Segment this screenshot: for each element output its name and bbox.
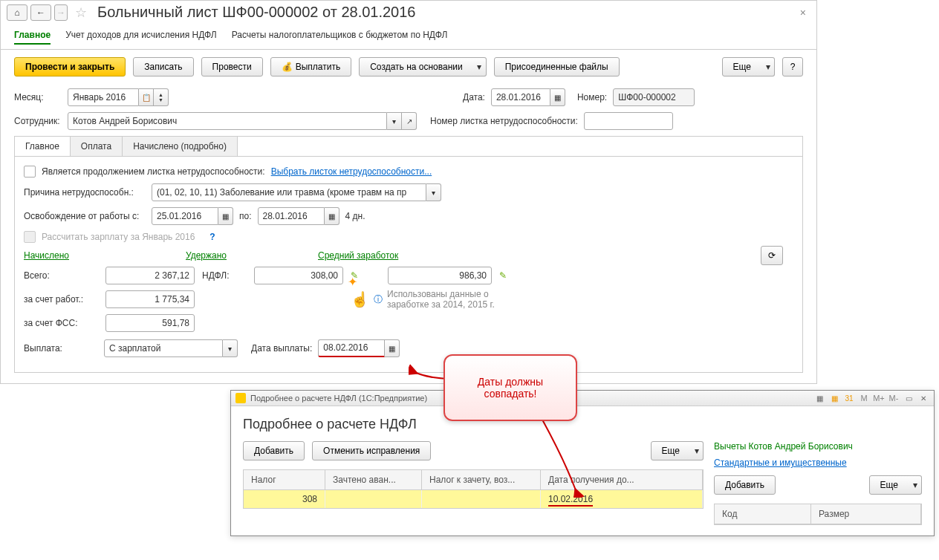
col-tax[interactable]: Налог [244, 470, 325, 489]
release-to-input[interactable]: 28.01.2016 [258, 207, 325, 225]
help-link[interactable]: ? [209, 232, 215, 242]
subtab-accrued[interactable]: Начислено (подробно) [123, 137, 238, 156]
reason-input-group: (01, 02, 10, 11) Заболевание или травма … [152, 183, 441, 201]
month-label: Месяц: [14, 92, 62, 102]
cell-tax: 308 [244, 490, 325, 508]
create-based-button[interactable]: Создать на основании [359, 57, 474, 76]
col-date[interactable]: Дата получения до... [541, 470, 703, 489]
employee-open-icon[interactable]: ↗ [402, 112, 417, 130]
reason-dropdown-icon[interactable]: ▾ [426, 183, 441, 201]
info-icon[interactable]: ⓘ [374, 293, 383, 306]
more-dropdown[interactable]: ▾ [761, 57, 775, 76]
col-offset[interactable]: Налог к зачету, воз... [422, 470, 541, 489]
sub-close-icon[interactable]: ✕ [917, 393, 929, 403]
more-button[interactable]: Еще [722, 57, 762, 76]
number-input: ШФ00-000002 [613, 88, 695, 106]
month-stepper[interactable]: ▲▼ [154, 88, 169, 106]
post-button[interactable]: Провести [201, 57, 263, 76]
form-area: Месяц: Январь 2016 📋 ▲▼ Дата: 28.01.2016… [1, 84, 816, 383]
col-code[interactable]: Код [715, 504, 811, 524]
payout-date-input[interactable]: 08.02.2016 [318, 339, 385, 357]
employer-input[interactable]: 1 775,34 [105, 290, 195, 308]
release-to-group: 28.01.2016 ▦ [258, 207, 339, 225]
payout-input[interactable]: С зарплатой [104, 339, 223, 357]
to-label: по: [239, 211, 252, 221]
col-advance[interactable]: Зачтено аван... [325, 470, 422, 489]
tab-main[interactable]: Главное [14, 27, 51, 45]
avg-earn-header[interactable]: Средний заработок [318, 250, 398, 261]
date-input[interactable]: 28.01.2016 [491, 88, 550, 106]
payout-date-calendar-icon[interactable]: ▦ [385, 339, 400, 357]
mminus-icon[interactable]: M- [888, 393, 900, 403]
post-close-button[interactable]: Провести и закрыть [14, 57, 126, 76]
tab-income[interactable]: Учет доходов для исчисления НДФЛ [65, 27, 217, 45]
month-picker-icon[interactable]: 📋 [139, 88, 154, 106]
total-input[interactable]: 2 367,12 [105, 267, 195, 284]
sub-cancel-button[interactable]: Отменить исправления [312, 441, 431, 460]
home-button[interactable]: ⌂ [7, 4, 27, 21]
forward-button[interactable]: → [54, 4, 68, 21]
date-icon[interactable]: 31 [843, 393, 855, 403]
subtab-main[interactable]: Главное [15, 137, 71, 156]
create-based-dropdown[interactable]: ▾ [473, 57, 487, 76]
toolbar: Провести и закрыть Записать Провести 💰Вы… [1, 50, 816, 84]
employee-input[interactable]: Котов Андрей Борисович [68, 112, 387, 130]
release-to-calendar-icon[interactable]: ▦ [325, 207, 339, 225]
cursor-pointer-icon: ☝ [351, 290, 369, 308]
accrued-header[interactable]: Начислено [24, 250, 180, 261]
sub-panel: Является продолжением листка нетрудоспос… [14, 156, 803, 373]
ndfl-edit-icon[interactable]: ✎✦ [351, 270, 380, 281]
continuation-checkbox[interactable] [24, 166, 36, 178]
page-title: Больничный лист ШФ00-000002 от 28.01.201… [97, 4, 793, 21]
date-calendar-icon[interactable]: ▦ [550, 88, 565, 106]
tax-table-header: Налог Зачтено аван... Налог к зачету, во… [244, 470, 703, 490]
info-text: Использованы данные о заработке за 2014,… [387, 289, 529, 310]
sub-body: Подробнее о расчете НДФЛ Добавить Отмени… [231, 406, 934, 535]
subtab-payment[interactable]: Оплата [71, 137, 123, 156]
deductions-table: Код Размер [714, 504, 922, 525]
total-label: Всего: [24, 270, 98, 281]
side-add-button[interactable]: Добавить [714, 475, 776, 495]
sick-number-input[interactable] [584, 112, 673, 130]
month-input[interactable]: Январь 2016 [68, 88, 139, 106]
close-icon[interactable]: × [796, 7, 810, 19]
ndfl-input[interactable]: 308,00 [254, 267, 343, 284]
sub-tabs: Главное Оплата Начислено (подробно) [14, 136, 803, 156]
employee-dropdown-icon[interactable]: ▾ [387, 112, 402, 130]
withheld-header[interactable]: Удержано [186, 250, 312, 261]
attached-files-button[interactable]: Присоединенные файлы [494, 57, 620, 76]
tab-budget[interactable]: Расчеты налогоплательщиков с бюджетом по… [232, 27, 448, 45]
sub-window: Подробнее о расчете НДФЛ (1С:Предприятие… [230, 390, 935, 536]
pay-button[interactable]: 💰Выплатить [270, 57, 352, 76]
release-from-input[interactable]: 25.01.2016 [152, 207, 218, 225]
payout-input-group: С зарплатой ▾ [104, 339, 238, 357]
back-button[interactable]: ← [30, 4, 51, 21]
save-button[interactable]: Записать [133, 57, 193, 76]
sub-add-button[interactable]: Добавить [243, 441, 305, 460]
star-icon[interactable]: ☆ [75, 4, 87, 21]
m-icon[interactable]: M [858, 393, 870, 403]
payout-dropdown-icon[interactable]: ▾ [223, 339, 238, 357]
calc-icon[interactable]: ▦ [813, 393, 825, 403]
side-more-button[interactable]: Еще [869, 475, 909, 495]
select-sheet-link[interactable]: Выбрать листок нетрудоспособности... [271, 166, 432, 177]
mplus-icon[interactable]: M+ [873, 393, 885, 403]
reason-input[interactable]: (01, 02, 10, 11) Заболевание или травма … [152, 183, 426, 201]
sub-more-button[interactable]: Еще [651, 441, 691, 460]
calendar-icon[interactable]: ▦ [828, 393, 840, 403]
release-from-calendar-icon[interactable]: ▦ [218, 207, 233, 225]
calc-salary-checkbox [24, 231, 36, 243]
help-button[interactable]: ? [782, 57, 803, 76]
sub-more-dropdown[interactable]: ▾ [690, 441, 704, 460]
sick-number-label: Номер листка нетрудоспособности: [430, 116, 578, 126]
minimize-icon[interactable]: ▭ [903, 393, 914, 403]
avg-edit-icon[interactable]: ✎ [499, 270, 529, 281]
fss-input[interactable]: 591,78 [105, 314, 195, 332]
sub-heading: Подробнее о расчете НДФЛ [243, 417, 922, 432]
refresh-button[interactable]: ⟳ [761, 246, 783, 265]
tax-table-row[interactable]: 308 10.02.2016 [244, 490, 703, 508]
avg-input[interactable]: 986,30 [388, 267, 492, 284]
col-size[interactable]: Размер [811, 504, 921, 524]
deductions-link[interactable]: Стандартные и имущественные [714, 458, 847, 468]
side-more-dropdown[interactable]: ▾ [909, 475, 922, 495]
